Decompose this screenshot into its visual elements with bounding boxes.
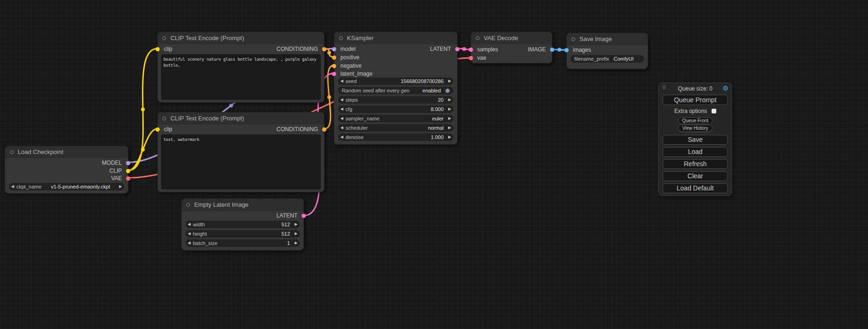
decrement-icon[interactable]: ◀ [338, 115, 346, 122]
comfy-menu-panel[interactable]: ⠿ Queue size: 0 ⚙ Queue Prompt Extra opt… [658, 83, 732, 196]
decrement-icon[interactable]: ◀ [185, 221, 193, 228]
node-empty-latent-image[interactable]: Empty Latent Image LATENT ◀ width 512 ▶ … [181, 198, 304, 251]
prompt-textarea[interactable]: text, watermark [161, 134, 321, 189]
node-title-bar[interactable]: CLIP Text Encode (Prompt) [158, 32, 324, 44]
settings-gear-icon[interactable]: ⚙ [722, 84, 728, 92]
latent-output-dot[interactable] [455, 47, 459, 51]
decrement-icon[interactable]: ◀ [338, 96, 346, 104]
collapse-icon[interactable] [476, 36, 480, 40]
positive-input-dot[interactable] [332, 56, 336, 60]
conditioning-output-dot[interactable] [322, 47, 326, 51]
node-title: CLIP Text Encode (Prompt) [170, 115, 244, 122]
node-title: VAE Decode [484, 35, 518, 42]
node-load-checkpoint[interactable]: Load Checkpoint MODEL CLIP VAE ◀ ckpt_na… [5, 146, 128, 194]
collapse-icon[interactable] [162, 36, 166, 40]
decrement-icon[interactable]: ◀ [185, 230, 193, 238]
batch-size-widget[interactable]: ◀ batch_size 1 ▶ [185, 239, 300, 247]
model-slot-row: model LATENT [334, 45, 457, 53]
link-midpoint-dot [141, 148, 145, 152]
vae-output-dot[interactable] [126, 176, 130, 181]
negative-input-dot[interactable] [332, 64, 336, 68]
latent-output-dot[interactable] [302, 214, 306, 218]
width-widget[interactable]: ◀ width 512 ▶ [185, 221, 300, 228]
clip-input-dot[interactable] [155, 47, 160, 51]
clip-input-dot[interactable] [155, 127, 160, 132]
model-output-dot[interactable] [126, 161, 130, 165]
increment-icon[interactable]: ▶ [292, 221, 300, 228]
output-slot-clip: CLIP [5, 167, 128, 175]
node-title-bar[interactable]: Empty Latent Image [182, 199, 303, 211]
node-title-bar[interactable]: CLIP Text Encode (Prompt) [158, 112, 324, 125]
view-history-button[interactable]: View History [678, 125, 712, 132]
sampler-name-widget[interactable]: ◀ sampler_name euler ▶ [338, 115, 453, 122]
steps-widget[interactable]: ◀ steps 20 ▶ [338, 96, 453, 104]
prompt-textarea[interactable]: beautiful scenery nature glass bottle la… [161, 54, 321, 100]
decrement-icon[interactable]: ◀ [338, 77, 346, 85]
increment-icon[interactable]: ▶ [446, 133, 453, 141]
vae-input-dot[interactable] [469, 56, 473, 60]
node-ksampler[interactable]: KSampler model LATENT positive negative … [334, 32, 458, 145]
collapse-icon[interactable] [339, 36, 343, 40]
collapse-icon[interactable] [572, 37, 575, 41]
node-title-bar[interactable]: KSampler [334, 32, 457, 44]
node-title: KSampler [347, 35, 374, 42]
negative-slot-row: negative [334, 62, 457, 70]
save-button[interactable]: Save [663, 135, 728, 145]
images-input-dot[interactable] [565, 48, 569, 52]
graph-canvas[interactable]: Load Checkpoint MODEL CLIP VAE ◀ ckpt_na… [0, 0, 868, 329]
collapse-icon[interactable] [10, 150, 14, 154]
decrement-icon[interactable]: ◀ [338, 133, 346, 141]
increment-icon[interactable]: ▶ [446, 96, 453, 104]
samples-input-dot[interactable] [469, 48, 473, 52]
clip-output-dot[interactable] [126, 169, 130, 173]
seed-toggle-icon[interactable] [445, 89, 450, 93]
load-default-button[interactable]: Load Default [663, 183, 728, 193]
node-title: Load Checkpoint [18, 148, 64, 155]
height-widget[interactable]: ◀ height 512 ▶ [185, 230, 300, 238]
node-clip-text-encode-negative[interactable]: CLIP Text Encode (Prompt) clip CONDITION… [157, 112, 325, 192]
scheduler-widget[interactable]: ◀ scheduler normal ▶ [338, 124, 453, 132]
ckpt-name-widget[interactable]: ◀ ckpt_name v1-5-pruned-emaonly.ckpt ▶ [9, 183, 124, 190]
collapse-icon[interactable] [186, 203, 190, 207]
increment-icon[interactable]: ▶ [117, 183, 124, 190]
random-seed-widget[interactable]: Random seed after every gen enabled [338, 87, 453, 94]
increment-icon[interactable]: ▶ [446, 105, 453, 113]
denoise-widget[interactable]: ◀ denoise 1.000 ▶ [338, 133, 453, 141]
node-vae-decode[interactable]: VAE Decode samples IMAGE vae [471, 32, 552, 63]
conditioning-output-dot[interactable] [322, 127, 326, 132]
widget-name: ckpt_name [16, 184, 42, 189]
refresh-button[interactable]: Refresh [663, 159, 728, 169]
decrement-icon[interactable]: ◀ [338, 105, 346, 113]
node-title: Empty Latent Image [194, 201, 248, 208]
queue-prompt-button[interactable]: Queue Prompt [663, 95, 728, 105]
seed-widget[interactable]: ◀ seed 156680208700286 ▶ [338, 77, 453, 85]
decrement-icon[interactable]: ◀ [185, 239, 193, 247]
increment-icon[interactable]: ▶ [446, 77, 453, 85]
cfg-widget[interactable]: ◀ cfg 8.000 ▶ [338, 105, 453, 113]
increment-icon[interactable]: ▶ [446, 124, 453, 132]
vae-slot-row: vae [471, 54, 552, 62]
image-output-dot[interactable] [550, 48, 554, 52]
widget-value: v1-5-pruned-emaonly.ckpt [42, 184, 117, 189]
model-input-dot[interactable] [332, 47, 336, 51]
extra-options-checkbox[interactable] [712, 109, 716, 113]
collapse-icon[interactable] [162, 117, 166, 120]
extra-options-row: Extra options [659, 108, 732, 114]
node-save-image[interactable]: Save Image images filename_prefix ComfyU… [566, 33, 648, 69]
latent-image-input-dot[interactable] [332, 72, 336, 76]
node-clip-text-encode-positive[interactable]: CLIP Text Encode (Prompt) clip CONDITION… [157, 32, 325, 103]
increment-icon[interactable]: ▶ [292, 230, 300, 238]
filename-prefix-widget[interactable]: filename_prefix ComfyUI [571, 55, 644, 63]
load-button[interactable]: Load [663, 147, 728, 157]
clip-slot-row: clip CONDITIONING [158, 126, 324, 133]
link-midpoint-dot [229, 104, 233, 107]
node-title-bar[interactable]: VAE Decode [471, 32, 552, 44]
clear-button[interactable]: Clear [663, 171, 728, 181]
node-title-bar[interactable]: Save Image [567, 33, 648, 45]
increment-icon[interactable]: ▶ [446, 115, 453, 122]
node-title-bar[interactable]: Load Checkpoint [5, 146, 128, 158]
increment-icon[interactable]: ▶ [292, 239, 300, 247]
link-midpoint-dot [462, 47, 466, 51]
decrement-icon[interactable]: ◀ [9, 183, 16, 190]
decrement-icon[interactable]: ◀ [338, 124, 346, 132]
